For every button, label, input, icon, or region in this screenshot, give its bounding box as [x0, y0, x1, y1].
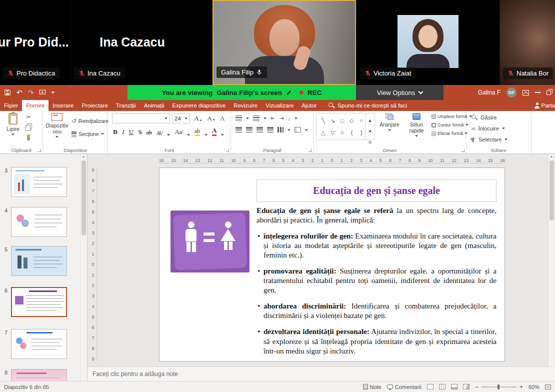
- notes-toggle-button[interactable]: Note: [363, 384, 382, 390]
- font-color-button[interactable]: A: [212, 127, 217, 136]
- dialog-launcher-icon[interactable]: [226, 149, 229, 152]
- tab-ajutor[interactable]: Ajutor: [298, 100, 320, 111]
- shapes-more-icon[interactable]: ≡: [366, 136, 375, 148]
- reset-slide-button[interactable]: ↺ Reinițializare: [72, 118, 108, 124]
- columns-icon[interactable]: [278, 127, 284, 132]
- copy-icon[interactable]: [26, 125, 30, 131]
- participant-tile-ina-cazacu[interactable]: Ina Cazacu Ina Cazacu: [71, 0, 212, 85]
- font-name-combobox[interactable]: [112, 114, 170, 124]
- zoom-in-icon[interactable]: +: [520, 384, 523, 390]
- text-shadow-button[interactable]: S: [138, 128, 142, 136]
- format-painter-icon[interactable]: [27, 134, 30, 140]
- slide-thumbnail[interactable]: [11, 329, 67, 359]
- share-button[interactable]: Parta: [532, 100, 555, 111]
- tab-tranzitii[interactable]: Tranziții: [112, 100, 140, 111]
- slide-thumbnail[interactable]: [11, 369, 67, 381]
- section-button[interactable]: Secțiune: [72, 131, 104, 137]
- reading-view-icon[interactable]: [451, 384, 458, 390]
- align-left-icon[interactable]: [236, 127, 242, 132]
- dialog-launcher-icon[interactable]: [308, 149, 312, 152]
- notes-pane[interactable]: Faceți clic pentru a adăuga note: [88, 366, 555, 381]
- tab-pornire[interactable]: Pornire: [22, 100, 48, 111]
- quick-styles-button[interactable]: Stiluri rapide: [404, 113, 430, 137]
- scrollbar-thumb[interactable]: [550, 160, 554, 220]
- slide-canvas[interactable]: Educația de gen și șanse egale Educația …: [159, 168, 505, 362]
- tab-animatii[interactable]: Animații: [140, 100, 168, 111]
- normal-view-icon[interactable]: [427, 384, 434, 390]
- slide-thumbnail[interactable]: [11, 167, 67, 197]
- shape-effects-button[interactable]: Efecte formă: [432, 131, 466, 136]
- tab-expunere-diapozitive[interactable]: Expunere diapozitive: [168, 100, 230, 111]
- participant-tile-pro-didactica[interactable]: ur Pro Did... Pro Didactica: [0, 0, 70, 85]
- replace-button[interactable]: ab Înlocuire: [472, 126, 505, 132]
- shape-fill-button[interactable]: Umplere formă: [432, 114, 466, 119]
- thumbnail-scrollbar[interactable]: ▴: [80, 154, 86, 381]
- tab-vizualizare[interactable]: Vizualizare: [262, 100, 298, 111]
- undo-icon[interactable]: ↶: [16, 89, 22, 96]
- slideshow-view-icon[interactable]: [463, 384, 470, 390]
- text-highlight-button[interactable]: ab: [194, 128, 200, 136]
- ribbon-display-options-icon[interactable]: [522, 90, 529, 96]
- tab-proiectare[interactable]: Proiectare: [78, 100, 112, 111]
- scroll-down-icon[interactable]: ▾: [366, 126, 375, 136]
- clear-formatting-button[interactable]: A: [220, 115, 225, 122]
- strikethrough-button[interactable]: ab: [146, 130, 152, 136]
- avatar[interactable]: GF: [506, 88, 516, 98]
- arrange-button[interactable]: Aranjare: [378, 113, 402, 131]
- character-spacing-button[interactable]: AV: [156, 130, 162, 136]
- scroll-up-icon[interactable]: ▴: [366, 114, 375, 126]
- slideshow-icon[interactable]: [39, 89, 46, 96]
- dialog-launcher-icon[interactable]: [462, 149, 464, 152]
- tab-inserare[interactable]: Inserare: [48, 100, 78, 111]
- justify-icon[interactable]: [267, 127, 274, 132]
- scrollbar-thumb[interactable]: [82, 160, 86, 236]
- view-options-dropdown[interactable]: View Options: [356, 85, 444, 100]
- change-case-button[interactable]: Aa: [174, 128, 182, 136]
- slide-thumbnail[interactable]: [11, 207, 67, 237]
- participant-tile-galina-filip-active-speaker[interactable]: Galina Filip: [212, 0, 356, 85]
- increase-indent-icon[interactable]: ⇥: [279, 115, 284, 122]
- scroll-up-icon[interactable]: ▴: [82, 154, 84, 158]
- redo-icon[interactable]: ↷: [28, 89, 34, 96]
- gender-equality-image[interactable]: [170, 210, 250, 272]
- numbering-icon[interactable]: [253, 116, 260, 121]
- shapes-gallery-scrollbar[interactable]: ▴ ▾ ≡: [365, 114, 374, 140]
- slide-thumbnail[interactable]: [11, 246, 67, 276]
- bullets-icon[interactable]: [236, 116, 242, 121]
- bold-button[interactable]: B: [113, 128, 118, 136]
- zoom-slider-knob[interactable]: [498, 384, 500, 390]
- shape-outline-button[interactable]: Contur formă: [432, 122, 466, 128]
- grow-font-button[interactable]: A ▴: [194, 115, 202, 122]
- text-direction-icon[interactable]: ↕: [288, 116, 290, 122]
- convert-to-smartart-icon[interactable]: [294, 127, 301, 132]
- new-slide-button[interactable]: Diapozitiv nou: [46, 113, 68, 138]
- fit-to-window-icon[interactable]: [545, 384, 551, 390]
- scroll-up-icon[interactable]: ▴: [550, 154, 552, 158]
- participant-tile-victoria-zaiat[interactable]: Victoria Zaiat: [357, 0, 499, 85]
- save-icon[interactable]: [4, 89, 11, 96]
- slide-title[interactable]: Educația de gen și șanse egale: [256, 180, 496, 202]
- dialog-launcher-icon[interactable]: [38, 149, 41, 152]
- slide-thumbnail-selected[interactable]: [11, 287, 67, 317]
- decrease-indent-icon[interactable]: ⇤: [270, 115, 275, 122]
- zoom-out-icon[interactable]: −: [475, 384, 478, 390]
- select-button[interactable]: Selectare: [472, 136, 508, 142]
- find-button[interactable]: Găsire: [472, 114, 496, 120]
- align-right-icon[interactable]: [256, 127, 263, 132]
- minimize-icon[interactable]: [535, 92, 540, 93]
- align-center-icon[interactable]: [246, 127, 252, 132]
- qat-customize-icon[interactable]: ▾: [52, 90, 54, 95]
- slide-body-text[interactable]: Educația de gen și șanse egale se referă…: [256, 206, 496, 356]
- participant-tile-natalia[interactable]: Natalia Bor: [500, 0, 555, 85]
- font-size-combobox[interactable]: 24: [172, 114, 190, 124]
- shrink-font-button[interactable]: A ▾: [207, 115, 215, 122]
- tab-revizuire[interactable]: Revizuire: [230, 100, 262, 111]
- italic-button[interactable]: I: [122, 128, 124, 136]
- restore-window-icon[interactable]: [546, 90, 551, 95]
- cut-icon[interactable]: ✂: [26, 114, 31, 120]
- vertical-scrollbar[interactable]: ▴: [548, 154, 554, 366]
- underline-button[interactable]: U: [129, 128, 134, 136]
- paste-button[interactable]: Lipire: [2, 113, 24, 136]
- comments-toggle-button[interactable]: Comentarii: [387, 384, 422, 390]
- shapes-gallery[interactable]: ╲↘□◇○ △▽☆{} ▴ ▾ ≡: [316, 113, 375, 140]
